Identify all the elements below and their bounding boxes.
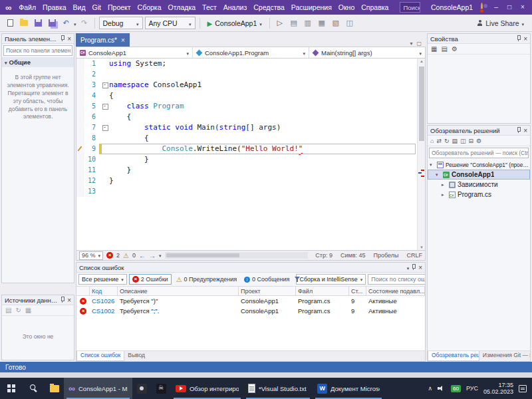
tree-item[interactable]: ▾ConsoleApp1 — [428, 170, 530, 180]
tree-expander-icon[interactable]: ▾ — [430, 162, 435, 168]
horizontal-scrollbar[interactable] — [165, 252, 309, 259]
taskbar-app[interactable] — [152, 378, 171, 399]
properties-icon[interactable]: ⚙ — [476, 138, 481, 144]
column-line[interactable]: Ст... — [349, 287, 366, 295]
tab-output[interactable]: Вывод — [124, 351, 148, 361]
vertical-scrollbar[interactable]: ▲ ▼ — [417, 59, 425, 250]
errors-toggle[interactable]: × 2 Ошибки — [129, 274, 172, 285]
undo-icon[interactable] — [60, 17, 72, 29]
chevron-down-icon[interactable]: ▾ — [410, 41, 412, 47]
tree-expander-icon[interactable]: ▸ — [442, 182, 447, 188]
action-center-icon[interactable] — [519, 385, 527, 392]
redo-icon[interactable] — [78, 17, 90, 29]
code-line[interactable]: 2 — [76, 69, 416, 80]
taskbar-app[interactable]: Документ Microso... — [313, 378, 384, 399]
column-suppression[interactable]: Состояние подавл... — [366, 287, 425, 295]
start-debugging-button[interactable]: ConsoleApp1 — [204, 17, 265, 30]
live-share-button[interactable]: Live Share — [477, 19, 528, 27]
tab-program-cs[interactable]: Program.cs* — [76, 33, 130, 47]
menu-item[interactable]: Справка — [358, 0, 392, 15]
toolbox-group-header[interactable]: Общие — [2, 57, 74, 67]
show-hidden-icons-icon[interactable]: ∧ — [428, 385, 432, 392]
taskbar-app[interactable]: *Visual Studio.txt - ... — [243, 378, 313, 399]
taskbar-search-button[interactable] — [23, 378, 45, 399]
member-dropdown[interactable]: Main(string[] args) — [309, 47, 425, 58]
error-row[interactable]: ×CS1026Требуется ")"ConsoleApp1Program.c… — [76, 296, 425, 306]
menu-item[interactable]: Git — [89, 0, 104, 15]
quick-search-box[interactable]: Поиск (Ctrl+Q) — [400, 2, 420, 13]
close-icon[interactable] — [523, 35, 527, 43]
collapse-icon[interactable] — [102, 125, 108, 131]
wrench-icon[interactable]: ⚙ — [452, 45, 458, 53]
menu-item[interactable]: Правка — [39, 0, 69, 15]
navigate-back-icon[interactable]: ← — [139, 252, 146, 259]
start-without-debug-icon[interactable] — [274, 17, 286, 29]
code-line[interactable]: 4{ — [76, 90, 416, 101]
warning-badge-icon[interactable] — [123, 252, 129, 259]
navigate-forward-icon[interactable]: → — [149, 252, 156, 259]
column-description[interactable]: Описание — [118, 287, 239, 295]
code-line[interactable]: 7 static void Main(string[] args) — [76, 122, 416, 133]
open-file-icon[interactable] — [18, 17, 30, 29]
scrollbar-thumb[interactable] — [166, 253, 239, 257]
save-all-icon[interactable] — [46, 17, 58, 29]
code-line[interactable]: 3namespace ConsoleApp1 — [76, 80, 416, 90]
error-code[interactable]: CS1026 — [90, 297, 118, 305]
menu-item[interactable]: Расширения — [288, 0, 335, 15]
pin-icon[interactable] — [60, 297, 65, 303]
close-button[interactable]: × — [516, 0, 529, 15]
taskbar-app[interactable] — [45, 378, 64, 399]
toolbar-icon-3[interactable] — [316, 17, 328, 29]
code-line[interactable]: 13 — [76, 186, 416, 197]
solution-search-input[interactable]: Обозреватель решений — поиск (Ctrl+» — [429, 148, 529, 158]
error-code[interactable]: CS1002 — [90, 307, 118, 315]
toolbar-icon-2[interactable] — [302, 17, 314, 29]
source-filter-dropdown[interactable]: Сборка и IntelliSense — [296, 274, 366, 285]
status-spaces[interactable]: Пробелы — [374, 252, 399, 259]
taskbar-app[interactable] — [132, 378, 152, 399]
toolbox-search-input[interactable]: Поиск по панели элемен — [3, 45, 72, 56]
speaker-icon[interactable] — [438, 385, 446, 392]
code-line[interactable]: 6 { — [76, 112, 416, 122]
tab-solution-explorer[interactable]: Обозреватель реше... — [428, 351, 479, 361]
collapse-icon[interactable] — [102, 104, 108, 110]
error-search-input[interactable]: Поиск по списку ошибо — [368, 274, 425, 285]
clock[interactable]: 17:35 05.02.2023 — [483, 382, 513, 395]
switch-views-icon[interactable]: ⇄ — [436, 138, 442, 144]
collapse-all-icon[interactable]: ⊟ — [469, 138, 474, 144]
code-line[interactable]: 1using System; — [76, 59, 416, 69]
menu-item[interactable]: Вид — [70, 0, 89, 15]
warnings-toggle[interactable]: 0 Предупреждения — [174, 274, 239, 285]
toolbar-icon-1[interactable] — [288, 17, 300, 29]
user-avatar[interactable] — [481, 3, 483, 12]
tree-item[interactable]: ▾Решение "ConsoleApp1" (проекты: 1 из 1) — [428, 160, 530, 170]
tab-git-changes[interactable]: Изменения Git — по... — [479, 351, 530, 361]
new-file-icon[interactable] — [4, 17, 16, 29]
save-icon[interactable] — [32, 17, 44, 29]
menu-item[interactable]: Анализ — [220, 0, 250, 15]
menu-item[interactable]: Отладка — [165, 0, 200, 15]
code-line[interactable]: 9 Console.WriteLine("Hello World!" — [76, 144, 416, 154]
language-indicator[interactable]: РУС — [466, 385, 478, 392]
menu-item[interactable]: Сборка — [134, 0, 165, 15]
refresh-icon[interactable]: ↻ — [15, 307, 21, 314]
menu-item[interactable]: Окно — [335, 0, 358, 15]
code-line[interactable]: 12} — [76, 176, 416, 186]
scroll-down-icon[interactable]: ▼ — [418, 245, 426, 249]
column-file[interactable]: Файл — [296, 287, 349, 295]
taskbar-app[interactable]: ConsoleApp1 - Mi... — [64, 378, 132, 399]
tree-item[interactable]: ▸Зависимости — [428, 180, 530, 190]
menu-item[interactable]: Средства — [250, 0, 288, 15]
code-editor[interactable]: 1using System;23namespace ConsoleApp14{5… — [76, 59, 426, 250]
scrollbar-thumb[interactable] — [419, 66, 424, 141]
pin-icon[interactable] — [516, 127, 521, 134]
scroll-up-icon[interactable]: ▲ — [418, 59, 426, 63]
menu-item[interactable]: Файл — [15, 0, 39, 15]
chevron-down-icon[interactable] — [159, 252, 162, 259]
code-line[interactable]: 8 { — [76, 133, 416, 144]
home-icon[interactable]: ⌂ — [430, 138, 434, 144]
taskbar-app[interactable]: Обзор интегриров... — [171, 378, 243, 399]
column-code[interactable]: Код — [90, 287, 118, 295]
code-line[interactable]: 5 class Program — [76, 101, 416, 112]
tab-error-list[interactable]: Список ошибок — [76, 351, 124, 361]
